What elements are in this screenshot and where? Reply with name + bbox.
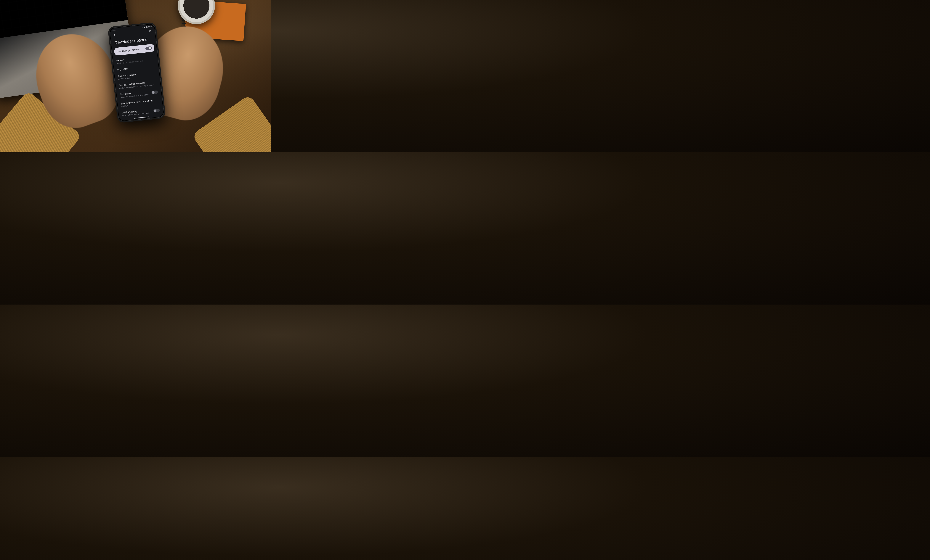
- arrow-left-icon: [113, 33, 117, 37]
- phone-frame: 2:17 93% Developer optio: [108, 22, 166, 123]
- status-time: 2:17: [112, 29, 116, 32]
- bluetooth-icon: [141, 27, 143, 29]
- master-toggle-switch[interactable]: [145, 46, 152, 50]
- phone-screen: 2:17 93% Developer optio: [110, 24, 164, 121]
- battery-percent: 93%: [148, 26, 152, 28]
- setting-text: Stay awakeScreen will never sleep while …: [120, 90, 150, 99]
- search-icon: [149, 30, 152, 33]
- svg-rect-0: [146, 26, 148, 28]
- master-toggle-label: Use developer options: [117, 48, 139, 53]
- setting-text: OEM unlockingAllow the bootloader to be …: [122, 108, 152, 117]
- battery-icon: [146, 26, 148, 28]
- wifi-icon: [143, 26, 145, 28]
- svg-rect-1: [146, 26, 147, 26]
- setting-switch-oem-unlock[interactable]: [153, 109, 160, 112]
- back-button[interactable]: [113, 33, 117, 37]
- settings-list[interactable]: MemoryAvg 4.4 GB of 8.0 GB memory usedBu…: [113, 53, 164, 121]
- search-button[interactable]: [148, 29, 152, 34]
- setting-switch-stay-awake[interactable]: [151, 90, 158, 94]
